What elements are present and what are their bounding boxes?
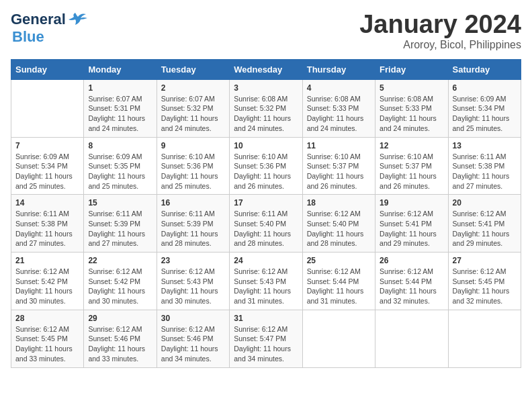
day-info: Sunrise: 6:08 AM Sunset: 5:33 PM Dayligh… [380,94,443,134]
day-number: 24 [234,256,298,265]
day-number: 17 [234,198,298,208]
day-info: Sunrise: 6:12 AM Sunset: 5:46 PM Dayligh… [161,324,225,364]
day-number: 13 [453,141,517,150]
calendar-cell: 9Sunrise: 6:10 AM Sunset: 5:36 PM Daylig… [157,137,229,195]
calendar-cell: 28Sunrise: 6:12 AM Sunset: 5:45 PM Dayli… [11,310,84,367]
day-info: Sunrise: 6:12 AM Sunset: 5:45 PM Dayligh… [15,324,79,364]
calendar-table: SundayMondayTuesdayWednesdayThursdayFrid… [11,59,521,368]
calendar-cell: 27Sunrise: 6:12 AM Sunset: 5:45 PM Dayli… [448,253,521,310]
day-info: Sunrise: 6:12 AM Sunset: 5:46 PM Dayligh… [88,324,152,364]
day-number: 6 [453,83,517,93]
day-info: Sunrise: 6:07 AM Sunset: 5:32 PM Dayligh… [161,94,225,134]
day-number: 22 [88,256,152,265]
logo-text-blue: Blue [12,28,44,46]
page-header: General Blue January 2024 Aroroy, Bicol,… [11,11,521,51]
calendar-cell: 16Sunrise: 6:11 AM Sunset: 5:39 PM Dayli… [157,195,229,253]
day-info: Sunrise: 6:09 AM Sunset: 5:35 PM Dayligh… [88,152,152,191]
day-info: Sunrise: 6:12 AM Sunset: 5:44 PM Dayligh… [380,267,443,306]
calendar-cell: 4Sunrise: 6:08 AM Sunset: 5:33 PM Daylig… [302,79,375,137]
day-number: 14 [15,198,79,208]
calendar-cell: 7Sunrise: 6:09 AM Sunset: 5:34 PM Daylig… [11,137,84,195]
calendar-cell: 14Sunrise: 6:11 AM Sunset: 5:38 PM Dayli… [11,195,84,253]
day-info: Sunrise: 6:12 AM Sunset: 5:43 PM Dayligh… [234,267,298,306]
day-info: Sunrise: 6:12 AM Sunset: 5:45 PM Dayligh… [453,267,517,306]
day-number: 16 [161,198,225,208]
calendar-cell: 13Sunrise: 6:11 AM Sunset: 5:38 PM Dayli… [448,137,521,195]
day-info: Sunrise: 6:10 AM Sunset: 5:36 PM Dayligh… [161,152,225,191]
calendar-cell: 31Sunrise: 6:12 AM Sunset: 5:47 PM Dayli… [230,310,302,367]
calendar-cell: 30Sunrise: 6:12 AM Sunset: 5:46 PM Dayli… [157,310,229,367]
title-area: January 2024 Aroroy, Bicol, Philippines [359,11,521,51]
calendar-cell: 12Sunrise: 6:10 AM Sunset: 5:37 PM Dayli… [375,137,448,195]
day-number: 5 [380,83,443,93]
calendar-cell: 1Sunrise: 6:07 AM Sunset: 5:31 PM Daylig… [84,79,157,137]
page-subtitle: Aroroy, Bicol, Philippines [359,39,521,51]
calendar-cell: 8Sunrise: 6:09 AM Sunset: 5:35 PM Daylig… [84,137,157,195]
logo-bird-icon [69,13,87,26]
calendar-cell: 21Sunrise: 6:12 AM Sunset: 5:42 PM Dayli… [11,253,84,310]
calendar-header-row: SundayMondayTuesdayWednesdayThursdayFrid… [11,59,521,79]
day-info: Sunrise: 6:07 AM Sunset: 5:31 PM Dayligh… [88,94,152,134]
calendar-week-row: 14Sunrise: 6:11 AM Sunset: 5:38 PM Dayli… [11,195,521,253]
day-info: Sunrise: 6:11 AM Sunset: 5:39 PM Dayligh… [161,209,225,248]
page-title: January 2024 [359,11,521,39]
calendar-cell: 5Sunrise: 6:08 AM Sunset: 5:33 PM Daylig… [375,79,448,137]
day-number: 19 [380,198,443,208]
day-info: Sunrise: 6:12 AM Sunset: 5:47 PM Dayligh… [234,324,298,364]
day-number: 1 [88,83,152,93]
day-number: 10 [234,141,298,150]
day-number: 29 [88,314,152,323]
day-number: 18 [307,198,371,208]
day-number: 26 [380,256,443,265]
day-info: Sunrise: 6:11 AM Sunset: 5:39 PM Dayligh… [88,209,152,248]
day-number: 7 [15,141,79,150]
day-info: Sunrise: 6:12 AM Sunset: 5:44 PM Dayligh… [307,267,371,306]
calendar-cell: 3Sunrise: 6:08 AM Sunset: 5:32 PM Daylig… [230,79,302,137]
calendar-cell: 25Sunrise: 6:12 AM Sunset: 5:44 PM Dayli… [302,253,375,310]
day-number: 27 [453,256,517,265]
day-info: Sunrise: 6:09 AM Sunset: 5:34 PM Dayligh… [15,152,79,191]
day-number: 30 [161,314,225,323]
day-header-thursday: Thursday [302,59,375,79]
calendar-cell [375,310,448,367]
day-info: Sunrise: 6:08 AM Sunset: 5:33 PM Dayligh… [307,94,371,134]
day-number: 4 [307,83,371,93]
calendar-week-row: 7Sunrise: 6:09 AM Sunset: 5:34 PM Daylig… [11,137,521,195]
day-header-monday: Monday [84,59,157,79]
day-number: 20 [453,198,517,208]
calendar-cell: 11Sunrise: 6:10 AM Sunset: 5:37 PM Dayli… [302,137,375,195]
calendar-cell: 20Sunrise: 6:12 AM Sunset: 5:41 PM Dayli… [448,195,521,253]
calendar-cell: 10Sunrise: 6:10 AM Sunset: 5:36 PM Dayli… [230,137,302,195]
day-info: Sunrise: 6:12 AM Sunset: 5:41 PM Dayligh… [453,209,517,248]
calendar-cell: 29Sunrise: 6:12 AM Sunset: 5:46 PM Dayli… [84,310,157,367]
day-number: 3 [234,83,298,93]
calendar-cell: 18Sunrise: 6:12 AM Sunset: 5:40 PM Dayli… [302,195,375,253]
day-number: 2 [161,83,225,93]
day-number: 11 [307,141,371,150]
day-info: Sunrise: 6:10 AM Sunset: 5:37 PM Dayligh… [380,152,443,191]
day-info: Sunrise: 6:10 AM Sunset: 5:37 PM Dayligh… [307,152,371,191]
calendar-cell: 22Sunrise: 6:12 AM Sunset: 5:42 PM Dayli… [84,253,157,310]
day-info: Sunrise: 6:12 AM Sunset: 5:41 PM Dayligh… [380,209,443,248]
calendar-week-row: 1Sunrise: 6:07 AM Sunset: 5:31 PM Daylig… [11,79,521,137]
calendar-cell [11,79,84,137]
day-number: 21 [15,256,79,265]
calendar-cell [302,310,375,367]
day-info: Sunrise: 6:12 AM Sunset: 5:42 PM Dayligh… [15,267,79,306]
day-info: Sunrise: 6:12 AM Sunset: 5:42 PM Dayligh… [88,267,152,306]
calendar-cell [448,310,521,367]
day-header-saturday: Saturday [448,59,521,79]
day-header-wednesday: Wednesday [230,59,302,79]
calendar-cell: 2Sunrise: 6:07 AM Sunset: 5:32 PM Daylig… [157,79,229,137]
calendar-cell: 24Sunrise: 6:12 AM Sunset: 5:43 PM Dayli… [230,253,302,310]
day-number: 8 [88,141,152,150]
day-header-sunday: Sunday [11,59,84,79]
calendar-week-row: 28Sunrise: 6:12 AM Sunset: 5:45 PM Dayli… [11,310,521,367]
logo-text-general: General [11,11,66,28]
logo: General Blue [11,11,87,46]
day-number: 12 [380,141,443,150]
calendar-cell: 6Sunrise: 6:09 AM Sunset: 5:34 PM Daylig… [448,79,521,137]
calendar-cell: 26Sunrise: 6:12 AM Sunset: 5:44 PM Dayli… [375,253,448,310]
calendar-cell: 17Sunrise: 6:11 AM Sunset: 5:40 PM Dayli… [230,195,302,253]
calendar-cell: 19Sunrise: 6:12 AM Sunset: 5:41 PM Dayli… [375,195,448,253]
